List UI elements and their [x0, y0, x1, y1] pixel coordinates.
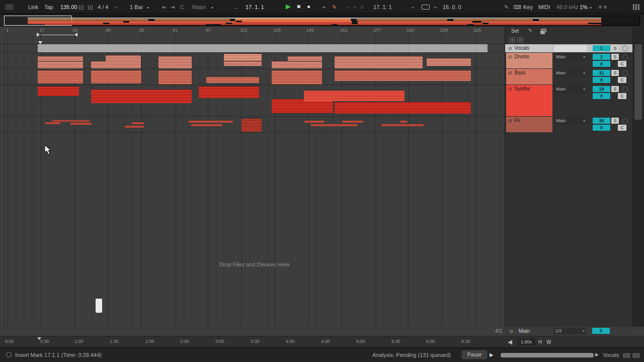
stop-button[interactable]: ■ — [297, 4, 300, 10]
time-ruler[interactable]: 1.00x H W 0:000:301:001:302:002:303:003:… — [0, 336, 644, 347]
crossfade-button[interactable]: C — [618, 93, 626, 99]
bar-number[interactable]: 49 — [106, 28, 111, 33]
arrangement-position-display[interactable]: 17. 1. 1 — [246, 4, 264, 10]
track-routing-select[interactable]: Main▾ — [554, 86, 587, 93]
track-name-cell[interactable]: ⊙Synths — [506, 85, 552, 116]
scale-name-label[interactable]: Major — [192, 4, 206, 10]
capture-midi-icon[interactable]: ○ — [360, 4, 364, 10]
fit-height-button[interactable]: H — [538, 339, 542, 345]
master-track-row[interactable]: ⊙ Main 1/2 ▾ 0 — [505, 327, 632, 335]
track-header-vocals[interactable]: ⊙Vocals1S — [505, 44, 632, 52]
overview-strip[interactable] — [4, 16, 640, 26]
track-play-icon[interactable]: ⊙ — [508, 118, 512, 124]
bar-number[interactable]: 65 — [139, 28, 144, 33]
solo-button[interactable]: S — [611, 118, 619, 124]
scale-root-label[interactable]: C — [180, 4, 184, 10]
arm-button[interactable] — [622, 118, 628, 124]
track-name-cell[interactable]: ⊙Vocals — [506, 44, 552, 52]
track-name-cell[interactable]: ⊙Fx — [506, 117, 552, 132]
reenable-automation-icon[interactable]: ¬ — [353, 4, 356, 10]
quantize-out-icon[interactable]: ⇥ — [170, 4, 175, 10]
scrollbar-thumb[interactable] — [634, 44, 642, 120]
play-button[interactable]: ▶ — [286, 4, 291, 10]
overdub-icon[interactable]: + — [323, 4, 326, 10]
bar-number[interactable]: 113 — [240, 28, 247, 33]
solo-button[interactable]: S — [611, 54, 619, 60]
track-header-bass[interactable]: ⊙BassMain▾11S0C — [505, 69, 632, 84]
options-menu-icon[interactable]: ⋯ — [5, 4, 14, 10]
set-locator-button[interactable]: Set — [511, 28, 519, 34]
track-input-badge[interactable]: 1 — [593, 45, 610, 51]
expand-tracks-icon[interactable]: + — [509, 37, 515, 43]
track-input-badge[interactable]: 18 — [593, 86, 610, 92]
record-button[interactable]: ● — [307, 4, 310, 10]
track-header-fx[interactable]: ⊙FxMain▾38S0C — [505, 117, 632, 132]
insert-marker-icon[interactable] — [38, 41, 42, 44]
draw-mode-icon[interactable]: ✎ — [504, 4, 509, 10]
tempo-field[interactable]: 135.00 — [60, 4, 77, 10]
arrangement-area[interactable]: Drop Files and Devices Here — [0, 35, 505, 327]
track-routing-select[interactable]: Main▾ — [554, 54, 587, 60]
track-header-drums[interactable]: ⊙DrumsMain▾2S0C — [505, 53, 632, 68]
chevron-down-icon[interactable]: ▾ — [211, 5, 213, 11]
resume-play-icon[interactable]: ▶ — [490, 352, 494, 357]
white-marker-box[interactable] — [96, 299, 102, 313]
chevron-down-icon[interactable]: ▾ — [590, 5, 592, 11]
track-header-synths[interactable]: ⊙SynthsMain▾18S0C — [505, 85, 632, 116]
master-quantize-select[interactable]: 1/2 ▾ — [553, 328, 587, 334]
midi-map-button[interactable]: MIDI — [538, 4, 550, 10]
bar-number[interactable]: 145 — [306, 28, 314, 33]
track-name-cell[interactable]: ⊙Bass — [506, 69, 552, 84]
link-button[interactable]: Link — [28, 4, 38, 10]
track-scrollbar[interactable] — [632, 27, 644, 327]
crossfade-button[interactable]: C — [618, 125, 626, 131]
track-routing-select[interactable]: Main▾ — [554, 70, 587, 76]
bar-number[interactable]: 97 — [206, 28, 211, 33]
loop-end-marker-icon[interactable] — [74, 33, 77, 37]
playback-speed-badge[interactable]: 1.00x — [517, 338, 535, 345]
chevron-down-icon[interactable]: ▾ — [147, 5, 149, 11]
track-name-cell[interactable]: ⊙Drums — [506, 53, 552, 68]
bar-number[interactable]: 209 — [440, 28, 448, 33]
track-sub-badge[interactable]: 0 — [593, 61, 610, 67]
nudge-up-icon[interactable]: ||| — [88, 4, 94, 10]
arm-button[interactable] — [622, 70, 628, 76]
track-play-icon[interactable]: ⊙ — [508, 54, 512, 60]
collapse-tracks-icon[interactable]: − — [517, 37, 523, 43]
speaker-icon[interactable] — [508, 339, 514, 345]
metronome-icon[interactable]: ◦◦ — [114, 4, 118, 10]
bar-number[interactable]: 1 — [6, 28, 9, 33]
bar-number[interactable]: 81 — [173, 28, 178, 33]
bar-number[interactable]: 161 — [340, 28, 348, 33]
arm-button[interactable] — [622, 46, 628, 51]
punch-out-icon[interactable]: ¬ — [434, 4, 437, 10]
bar-number[interactable]: 129 — [273, 28, 281, 33]
loop-start-field[interactable]: 17. 1. 1 — [373, 4, 392, 10]
solo-button[interactable]: S — [611, 86, 619, 92]
fit-width-button[interactable]: W — [546, 339, 551, 345]
crossfade-button[interactable]: C — [618, 61, 626, 67]
solo-button[interactable]: S — [611, 70, 619, 76]
quantize-menu[interactable]: 1 Bar — [130, 4, 143, 10]
bar-number[interactable]: 225 — [473, 28, 481, 33]
loop-start-marker-icon[interactable] — [37, 33, 40, 37]
automation-arm-icon[interactable]: ✎ — [332, 4, 337, 10]
key-map-button[interactable]: Key — [523, 4, 533, 10]
bar-number[interactable]: 17 — [39, 28, 44, 33]
track-routing-select[interactable]: Main▾ — [554, 118, 587, 124]
master-badge[interactable]: 0 — [592, 328, 610, 334]
quantize-in-icon[interactable]: ⇤ — [162, 4, 167, 10]
solo-button[interactable]: S — [611, 45, 619, 51]
track-sub-badge[interactable]: 0 — [593, 77, 610, 83]
crossfade-button[interactable]: C — [618, 77, 626, 83]
bar-number[interactable]: 33 — [72, 28, 77, 33]
loop-brace-line[interactable] — [41, 35, 74, 35]
track-play-icon[interactable]: ⊙ — [508, 45, 512, 51]
track-input-badge[interactable]: 2 — [593, 54, 610, 60]
analysis-progress-bar[interactable] — [501, 353, 594, 357]
arm-button[interactable] — [622, 86, 628, 92]
loop-length-field[interactable]: 16. 0. 0 — [443, 4, 461, 10]
follow-icon[interactable]: → — [233, 4, 239, 10]
time-signature-field[interactable]: 4 / 4 — [98, 4, 108, 10]
lock-icon[interactable] — [540, 31, 545, 34]
